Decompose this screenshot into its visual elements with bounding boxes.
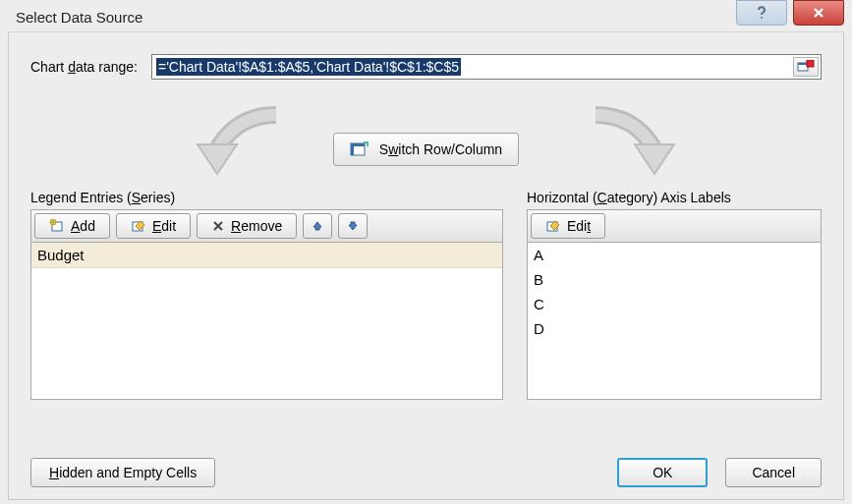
legend-listbox[interactable]: Budget — [30, 243, 503, 400]
remove-icon — [211, 219, 225, 233]
move-up-button[interactable] — [303, 213, 332, 239]
chart-range-row: Chart data range: ='Chart Data'!$A$1:$A$… — [30, 54, 822, 80]
chart-range-input[interactable]: ='Chart Data'!$A$1:$A$5,'Chart Data'!$C$… — [151, 54, 822, 80]
add-button[interactable]: Add — [34, 213, 110, 239]
edit-icon — [131, 219, 146, 233]
list-item[interactable]: A — [528, 243, 821, 267]
chart-range-value: ='Chart Data'!$A$1:$A$5,'Chart Data'!$C$… — [156, 58, 461, 76]
edit-icon — [545, 219, 561, 233]
move-down-button[interactable] — [338, 213, 368, 239]
window-title: Select Data Source — [16, 9, 142, 26]
list-item[interactable]: D — [528, 316, 821, 341]
lists-row: Legend Entries (Series) Add — [30, 190, 822, 400]
list-item[interactable]: Budget — [31, 243, 502, 268]
switch-area: Switch Row/Column — [30, 113, 822, 186]
axis-title: Horizontal (Category) Axis Labels — [527, 190, 822, 205]
add-icon — [49, 219, 65, 233]
ok-button[interactable]: OK — [617, 458, 708, 487]
legend-title: Legend Entries (Series) — [30, 190, 503, 205]
svg-marker-5 — [635, 144, 674, 174]
hidden-empty-cells-button[interactable]: Hidden and Empty Cells — [30, 458, 215, 487]
chart-range-label: Chart data range: — [30, 59, 138, 75]
arrow-right-icon — [576, 105, 694, 184]
svg-marker-12 — [313, 222, 321, 230]
axis-listbox[interactable]: A B C D — [527, 243, 822, 400]
edit-axis-button[interactable]: Edit — [531, 213, 605, 239]
range-selector-icon — [797, 60, 815, 74]
svg-marker-4 — [198, 144, 237, 174]
list-item[interactable]: B — [528, 267, 821, 292]
svg-marker-13 — [349, 222, 357, 230]
remove-button[interactable]: Remove — [197, 213, 297, 239]
switch-row-column-button[interactable]: Switch Row/Column — [333, 133, 519, 166]
legend-toolbar: Add Edit Remove — [30, 209, 503, 243]
titlebar-buttons — [736, 0, 844, 26]
arrow-up-icon — [312, 220, 323, 232]
dialog-window: Select Data Source Chart data range: ='C… — [0, 0, 852, 504]
bottom-bar: Hidden and Empty Cells OK Cancel — [30, 458, 822, 487]
close-icon — [811, 5, 826, 21]
svg-rect-3 — [807, 60, 814, 67]
legend-column: Legend Entries (Series) Add — [30, 190, 503, 400]
cancel-button[interactable]: Cancel — [725, 458, 822, 487]
help-icon — [754, 5, 769, 21]
switch-icon — [350, 140, 369, 158]
titlebar: Select Data Source — [0, 0, 852, 33]
range-selector-button[interactable] — [793, 57, 819, 77]
edit-series-button[interactable]: Edit — [116, 213, 191, 239]
dialog-body: Chart data range: ='Chart Data'!$A$1:$A$… — [8, 31, 844, 500]
help-button[interactable] — [736, 0, 787, 26]
arrow-left-icon — [178, 105, 296, 184]
axis-toolbar: Edit — [527, 209, 822, 243]
list-item[interactable]: C — [528, 292, 821, 316]
axis-column: Horizontal (Category) Axis Labels Edit A… — [527, 190, 822, 400]
arrow-down-icon — [347, 220, 359, 232]
svg-point-0 — [761, 17, 763, 19]
svg-rect-8 — [351, 143, 354, 155]
close-button[interactable] — [793, 0, 844, 26]
